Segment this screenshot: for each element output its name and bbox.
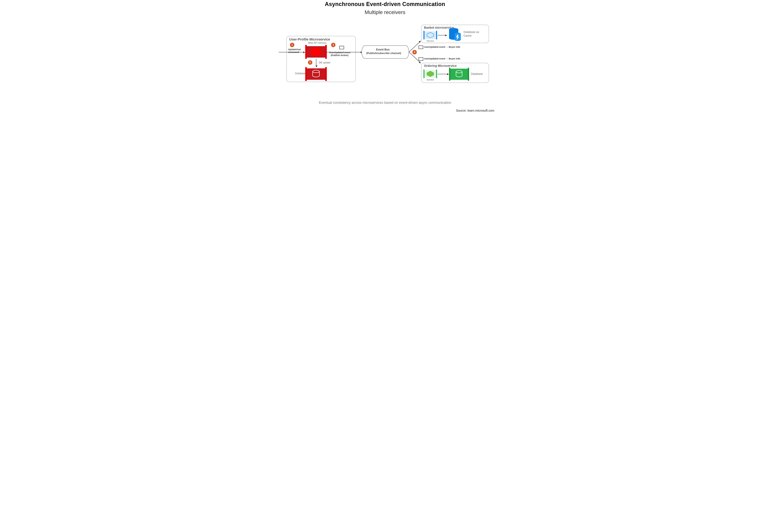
diagram-canvas: Asynchronous Event-driven Communication … [269, 0, 501, 115]
arrow-fanout [409, 40, 422, 64]
svg-rect-2 [325, 45, 327, 59]
arrow-basket-service-to-db [438, 35, 447, 35]
basket-service-box [424, 31, 437, 39]
arrow-publish-to-bus [327, 52, 362, 52]
label-publish-line1: UserUpdated event [329, 51, 350, 54]
diagram-subtitle: Multiple receivers [269, 9, 501, 15]
label-basket-db-line1: Database as [464, 30, 479, 34]
step-badge-2: 2 [308, 60, 312, 65]
svg-rect-6 [325, 67, 327, 81]
svg-rect-15 [436, 31, 437, 39]
diagram-source: Source: learn.microsoft.com [456, 109, 494, 112]
panel-title-ordering: Ordering Microservice [424, 64, 457, 68]
label-event-to-ordering: UserUpdated event → Buyer info [424, 57, 460, 60]
svg-rect-25 [424, 70, 425, 78]
envelope-icon-publish [339, 46, 344, 49]
user-profile-database-box [305, 67, 327, 81]
label-publish-line2: (Publish Action) [331, 54, 348, 56]
svg-rect-26 [436, 70, 437, 78]
arrow-api-to-db [316, 59, 316, 67]
panel-title-user-profile: User-Profile Microservice [289, 37, 330, 41]
label-event-bus-line2: (Publish/subscribe channel) [366, 52, 401, 55]
envelope-icon-to-ordering [419, 57, 423, 61]
label-database-user-profile: Database [295, 72, 306, 75]
label-basket-service: Service [427, 40, 434, 42]
label-event-to-basket: UserUpdated event → Buyer info [424, 46, 460, 48]
label-updateuser-1: UpdateUser [288, 48, 301, 51]
user-profile-service-box [305, 45, 327, 59]
step-badge-1: 1 [290, 43, 294, 47]
label-db-update: DB update [319, 61, 330, 64]
svg-rect-1 [305, 45, 307, 59]
svg-point-22 [455, 38, 461, 41]
ordering-database-box [449, 68, 469, 81]
envelope-icon-to-basket [419, 46, 423, 49]
ordering-service-box [424, 70, 437, 78]
label-basket-db-line2: Cache [464, 34, 472, 37]
arrow-ordering-service-to-db [438, 74, 449, 74]
diagram-caption: Eventual consistency across microservice… [269, 101, 501, 105]
svg-rect-30 [468, 68, 469, 81]
svg-rect-29 [449, 68, 450, 81]
svg-rect-5 [305, 67, 307, 81]
label-web-api-service: Web API Service [308, 42, 326, 44]
svg-rect-13 [424, 31, 437, 39]
svg-rect-14 [424, 31, 425, 39]
diagram-title: Asynchronous Event-driven Communication [269, 1, 501, 7]
label-ordering-db: Database [471, 72, 483, 76]
label-ordering-service: Service [427, 79, 434, 81]
basket-database-icon [447, 27, 462, 42]
arrow-incoming-command [279, 52, 304, 52]
step-badge-3: 3 [331, 43, 335, 47]
label-event-bus-line1: Event Bus [376, 48, 390, 51]
